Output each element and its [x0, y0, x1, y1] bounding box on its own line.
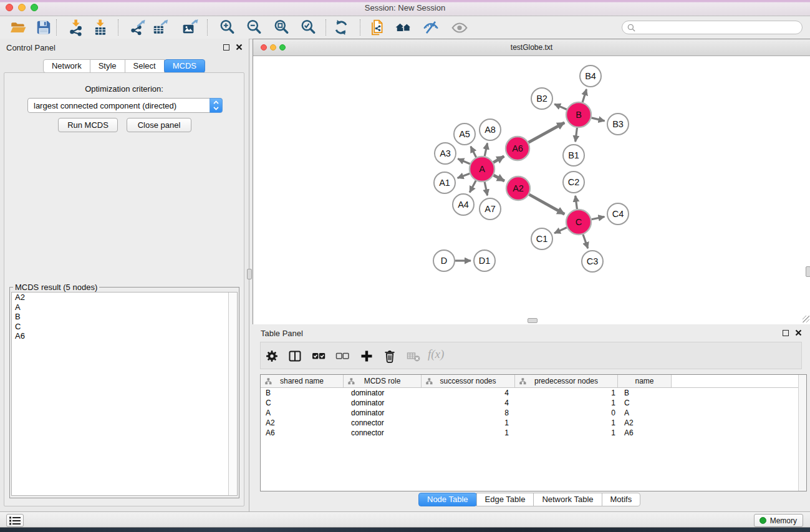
left-splitter-grip[interactable]: [247, 269, 252, 279]
graph-edge-B-B1[interactable]: [576, 128, 577, 142]
graph-edge-A6-B[interactable]: [529, 123, 565, 143]
graph-node-A7[interactable]: A7: [480, 198, 501, 220]
graph-edge-A-A8[interactable]: [485, 143, 487, 157]
graph-edge-A2-C[interactable]: [529, 195, 564, 215]
optimization-criterion-dropdown[interactable]: largest connected component (directed): [27, 98, 223, 113]
result-scrollbar[interactable]: [228, 293, 237, 495]
network-window-maximize-button[interactable]: [279, 44, 286, 51]
graph-edge-C-C3[interactable]: [583, 235, 588, 248]
open-file-button[interactable]: [9, 19, 27, 36]
select-all-button[interactable]: [311, 349, 326, 364]
graph-node-A[interactable]: A: [470, 157, 494, 181]
graph-node-B1[interactable]: B1: [563, 145, 584, 166]
table-row[interactable]: Bdominator41B: [261, 388, 806, 398]
hide-selected-button[interactable]: [422, 19, 440, 36]
graph-node-D[interactable]: D: [433, 250, 455, 271]
graph-edge-A-A7[interactable]: [485, 182, 487, 196]
float-panel-icon[interactable]: [783, 330, 789, 336]
graph-edge-B-B2[interactable]: [554, 104, 567, 110]
column-header-predecessor-nodes[interactable]: predecessor nodes: [515, 375, 618, 387]
graph-edge-A-A6[interactable]: [493, 157, 504, 163]
table-row[interactable]: Cdominator41C: [261, 398, 806, 408]
graph-node-B[interactable]: B: [566, 102, 591, 127]
close-panel-button[interactable]: Close panel: [127, 118, 191, 132]
right-splitter-grip[interactable]: [806, 266, 810, 277]
table-row[interactable]: Adominator80A: [261, 408, 806, 418]
new-network-from-selection-button[interactable]: [369, 19, 386, 36]
export-table-button[interactable]: [152, 19, 169, 36]
graph-node-C[interactable]: C: [566, 210, 591, 235]
graph-node-D1[interactable]: D1: [474, 250, 495, 271]
toggle-column-view-button[interactable]: [287, 349, 302, 364]
graph-node-A8[interactable]: A8: [480, 119, 501, 140]
graph-node-C3[interactable]: C3: [582, 251, 603, 272]
graph-edge-B-B3[interactable]: [591, 118, 604, 121]
table-row[interactable]: A2connector11A2: [261, 418, 806, 428]
tab-network-table[interactable]: Network Table: [533, 493, 602, 506]
zoom-selected-button[interactable]: [300, 19, 317, 36]
refresh-layout-button[interactable]: [332, 19, 350, 36]
graph-node-A3[interactable]: A3: [435, 143, 456, 164]
table-options-button[interactable]: [264, 349, 279, 364]
graph-node-C1[interactable]: C1: [531, 228, 552, 249]
column-header-name[interactable]: name: [618, 375, 672, 387]
function-builder-button[interactable]: f(x): [428, 347, 444, 361]
export-image-button[interactable]: [181, 19, 199, 36]
delete-table-button[interactable]: [406, 349, 421, 364]
import-table-button[interactable]: [92, 19, 109, 36]
tab-select[interactable]: Select: [125, 59, 165, 73]
graph-edge-C-C2[interactable]: [576, 196, 577, 209]
export-network-button[interactable]: [129, 19, 147, 36]
bottom-splitter-grip[interactable]: [528, 318, 538, 323]
graph-edge-B-B4[interactable]: [582, 89, 586, 102]
float-panel-icon[interactable]: [223, 44, 229, 51]
save-session-button[interactable]: [35, 19, 52, 36]
import-network-button[interactable]: [67, 19, 85, 36]
tab-mcds[interactable]: MCDS: [164, 59, 205, 73]
graph-edge-C-C1[interactable]: [554, 228, 567, 233]
deselect-all-button[interactable]: [335, 349, 350, 364]
search-input[interactable]: [638, 22, 799, 33]
network-window-minimize-button[interactable]: [270, 44, 276, 51]
graph-edge-C-C4[interactable]: [592, 216, 605, 219]
graph-node-C4[interactable]: C4: [607, 203, 629, 225]
search-field[interactable]: [622, 21, 803, 34]
show-all-button[interactable]: [451, 19, 468, 36]
table-scrollbar[interactable]: [798, 375, 806, 491]
graph-node-A6[interactable]: A6: [506, 137, 529, 160]
add-column-button[interactable]: [359, 349, 374, 364]
close-panel-icon[interactable]: [236, 44, 243, 51]
column-header-shared-name[interactable]: shared name: [261, 375, 344, 387]
graph-node-A5[interactable]: A5: [454, 123, 475, 145]
graph-node-B4[interactable]: B4: [580, 65, 601, 87]
graph-node-B3[interactable]: B3: [607, 114, 629, 135]
graph-node-A1[interactable]: A1: [434, 172, 455, 193]
tab-style[interactable]: Style: [90, 59, 125, 73]
tab-network[interactable]: Network: [43, 59, 90, 73]
graph-node-B2[interactable]: B2: [531, 88, 552, 109]
network-window-close-button[interactable]: [261, 44, 267, 51]
graph-node-A2[interactable]: A2: [506, 177, 530, 200]
network-canvas[interactable]: AA1A2A3A4A5A6A7A8BB1B2B3B4CC1C2C3C4DD1: [254, 56, 809, 324]
network-window-resize-grip[interactable]: [803, 316, 809, 322]
network-window-titlebar[interactable]: testGlobe.txt: [253, 39, 810, 56]
first-neighbors-button[interactable]: [395, 19, 412, 36]
zoom-out-button[interactable]: [246, 19, 263, 36]
tab-motifs[interactable]: Motifs: [602, 493, 641, 506]
zoom-fit-button[interactable]: [273, 19, 291, 36]
table-row[interactable]: A6connector11A6: [261, 428, 806, 438]
graph-node-A4[interactable]: A4: [453, 194, 474, 215]
graph-edge-A-A5[interactable]: [471, 147, 476, 158]
task-history-button[interactable]: [6, 514, 24, 527]
memory-button[interactable]: Memory: [754, 514, 803, 527]
tab-edge-table[interactable]: Edge Table: [476, 493, 534, 506]
delete-columns-button[interactable]: [382, 349, 397, 364]
column-header-MCDS-role[interactable]: MCDS role: [344, 375, 422, 387]
graph-node-C2[interactable]: C2: [563, 172, 584, 193]
run-mcds-button[interactable]: Run MCDS: [58, 118, 118, 132]
graph-edge-A-A4[interactable]: [470, 181, 476, 193]
column-header-successor-nodes[interactable]: successor nodes: [422, 375, 515, 387]
tab-node-table[interactable]: Node Table: [418, 493, 477, 506]
zoom-in-button[interactable]: [219, 19, 236, 36]
graph-edge-A-A2[interactable]: [494, 175, 504, 181]
